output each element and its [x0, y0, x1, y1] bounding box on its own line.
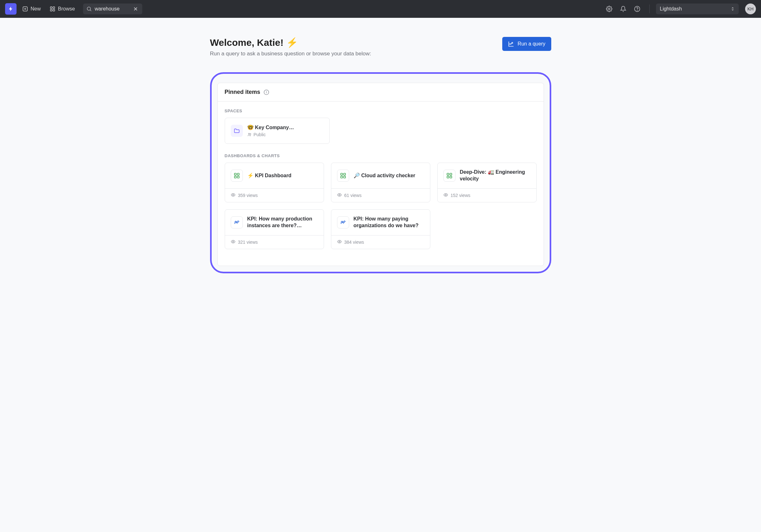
help-button[interactable]	[631, 3, 643, 15]
dashboard-icon	[337, 170, 349, 182]
svg-point-23	[339, 194, 340, 196]
chart-icon	[337, 216, 349, 229]
plus-square-icon	[22, 6, 28, 12]
pinned-panel: Pinned items SPACES 🤓 Key Company…	[217, 83, 544, 266]
browse-button[interactable]: Browse	[46, 4, 78, 14]
chart-card[interactable]: KPI: How many production instances are t…	[225, 209, 324, 249]
explore-icon	[508, 41, 514, 47]
hero: Welcome, Katie! ⚡ Run a query to ask a b…	[210, 37, 551, 57]
svg-rect-17	[237, 176, 239, 178]
svg-point-30	[339, 241, 340, 242]
brand-logo[interactable]	[5, 3, 17, 15]
space-card[interactable]: 🤓 Key Company… Public	[225, 118, 330, 144]
card-views: 359 views	[225, 188, 324, 202]
dashboard-card[interactable]: Deep-Dive: 🚛 Engineering velocity152 vie…	[437, 163, 537, 202]
svg-rect-22	[343, 176, 345, 178]
svg-rect-27	[450, 176, 452, 178]
svg-rect-1	[50, 7, 52, 8]
svg-point-8	[637, 10, 637, 11]
dashboard-card[interactable]: ⚡ KPI Dashboard359 views	[225, 163, 324, 202]
gear-icon	[606, 6, 613, 12]
eye-icon	[443, 192, 448, 198]
pinned-title: Pinned items	[225, 89, 260, 95]
close-icon	[133, 6, 139, 12]
svg-rect-19	[340, 173, 342, 175]
dashboard-card[interactable]: 🔎 Cloud activity checker61 views	[331, 163, 430, 202]
bell-icon	[620, 6, 626, 12]
project-selector[interactable]: Lightdash	[656, 4, 739, 14]
run-query-button[interactable]: Run a query	[502, 37, 551, 51]
info-icon[interactable]	[263, 89, 269, 95]
help-icon	[634, 6, 640, 12]
svg-point-11	[266, 91, 266, 91]
folder-icon	[231, 125, 243, 137]
highlight-frame: Pinned items SPACES 🤓 Key Company…	[210, 72, 551, 273]
page-subtitle: Run a query to ask a business question o…	[210, 51, 372, 57]
svg-point-6	[609, 8, 610, 10]
page-title: Welcome, Katie! ⚡	[210, 37, 372, 48]
card-title: 🔎 Cloud activity checker	[354, 173, 415, 179]
notifications-button[interactable]	[617, 3, 629, 15]
card-views: 321 views	[225, 235, 324, 249]
grid-icon	[50, 6, 55, 12]
search-clear-button[interactable]	[132, 5, 139, 12]
svg-rect-15	[237, 173, 239, 175]
svg-rect-21	[340, 176, 342, 178]
card-views: 384 views	[331, 235, 430, 249]
new-button[interactable]: New	[19, 4, 44, 14]
eye-icon	[337, 239, 342, 245]
svg-rect-26	[447, 176, 449, 178]
svg-rect-3	[50, 10, 52, 11]
svg-point-13	[250, 133, 251, 134]
avatar[interactable]: KH	[745, 4, 756, 14]
search-input[interactable]	[94, 6, 130, 12]
bolt-icon	[8, 6, 14, 12]
svg-point-5	[87, 7, 91, 11]
card-title: KPI: How many paying organizations do we…	[354, 216, 424, 229]
search-icon	[86, 6, 92, 12]
new-label: New	[30, 6, 41, 12]
svg-rect-14	[234, 173, 236, 175]
svg-point-9	[512, 42, 513, 43]
browse-label: Browse	[58, 6, 75, 12]
divider	[649, 4, 650, 13]
svg-rect-25	[450, 173, 452, 175]
card-views: 152 views	[438, 188, 536, 202]
svg-point-29	[232, 241, 234, 242]
svg-rect-24	[447, 173, 449, 175]
svg-point-12	[248, 133, 250, 134]
card-title: ⚡ KPI Dashboard	[247, 173, 292, 179]
card-title: Deep-Dive: 🚛 Engineering velocity	[460, 169, 531, 182]
svg-rect-4	[53, 10, 55, 11]
eye-icon	[231, 192, 236, 198]
card-title: KPI: How many production instances are t…	[247, 216, 318, 229]
project-name: Lightdash	[660, 6, 682, 12]
chart-card[interactable]: KPI: How many paying organizations do we…	[331, 209, 430, 249]
svg-rect-16	[234, 176, 236, 178]
chevron-sort-icon	[731, 7, 735, 11]
topbar: New Browse Lightdash KH	[0, 0, 761, 18]
space-title: 🤓 Key Company…	[247, 125, 294, 131]
dashboard-icon	[231, 170, 243, 182]
eye-icon	[231, 239, 236, 245]
dashboard-icon	[443, 170, 455, 182]
eye-icon	[337, 192, 342, 198]
svg-point-18	[232, 194, 234, 196]
avatar-initials: KH	[747, 6, 753, 12]
svg-rect-20	[343, 173, 345, 175]
svg-rect-2	[53, 7, 55, 8]
svg-point-28	[445, 194, 446, 196]
settings-button[interactable]	[604, 3, 615, 15]
card-views: 61 views	[331, 188, 430, 202]
search-box[interactable]	[83, 4, 142, 14]
space-visibility: Public	[247, 132, 294, 137]
spaces-section-label: SPACES	[225, 109, 537, 113]
users-icon	[247, 133, 252, 137]
run-query-label: Run a query	[517, 41, 545, 47]
page-content: Welcome, Katie! ⚡ Run a query to ask a b…	[203, 18, 559, 286]
chart-icon	[231, 216, 243, 229]
dashboards-section-label: DASHBOARDS & CHARTS	[225, 153, 537, 158]
pinned-header: Pinned items	[218, 83, 544, 101]
